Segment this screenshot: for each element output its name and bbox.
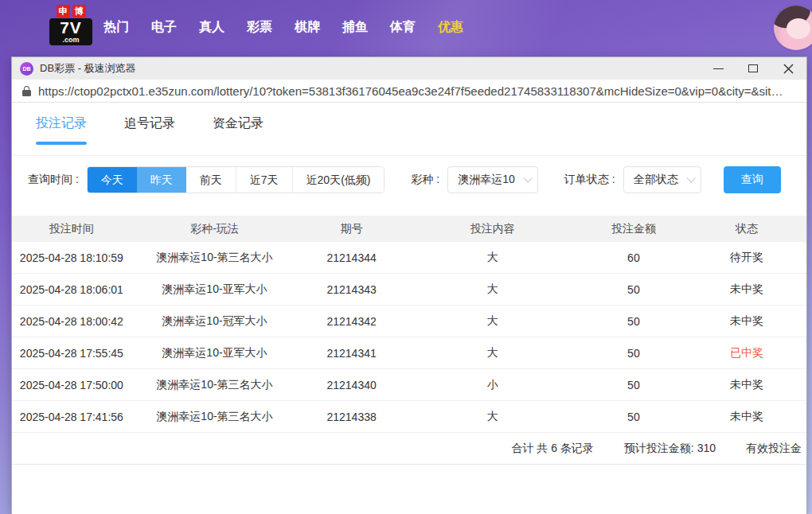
bet-content: 大 (405, 346, 580, 360)
bet-time: 2025-04-28 17:55:45 (12, 347, 131, 360)
bet-issue: 21214342 (298, 315, 405, 328)
logo-badge-bo: 博 (72, 5, 86, 18)
lottery-select[interactable]: 澳洲幸运10 (447, 166, 538, 193)
bet-status: 未中奖 (687, 410, 806, 424)
bet-status: 待开奖 (687, 251, 806, 265)
bet-content: 小 (405, 378, 580, 392)
tab-fund-records[interactable]: 资金记录 (213, 115, 264, 155)
bet-status: 未中奖 (687, 282, 806, 297)
nav-item-promo[interactable]: 优惠 (438, 19, 463, 36)
filter-bar: 查询时间 : 今天 昨天 前天 近7天 近20天(低频) 彩种 : 澳洲幸运10… (28, 166, 806, 193)
bet-game: 澳洲幸运10-亚军大小 (131, 282, 299, 297)
window-titlebar[interactable]: DB DB彩票 - 极速浏览器 (12, 57, 806, 80)
close-icon (783, 64, 794, 74)
time-option-7days[interactable]: 近7天 (236, 167, 292, 193)
maximize-icon (748, 64, 758, 72)
site-navbar: 申 博 7V .com 热门 电子 真人 彩票 棋牌 捕鱼 体育 优惠 (0, 0, 812, 57)
nav-item-cards[interactable]: 棋牌 (295, 19, 320, 36)
table-row: 2025-04-28 18:06:01 澳洲幸运10-亚军大小 21214343… (12, 274, 806, 306)
bet-amount: 50 (580, 379, 688, 391)
bet-amount: 50 (580, 347, 688, 360)
bet-amount: 50 (580, 283, 688, 296)
table-summary: 合计 共 6 条记录 预计投注金额: 310 有效投注金 (12, 433, 806, 465)
logo-domain: .com (52, 37, 90, 44)
chevron-down-icon (523, 173, 532, 182)
bet-amount: 50 (580, 315, 688, 328)
time-option-20days[interactable]: 近20天(低频) (292, 167, 385, 193)
bet-issue: 21214340 (298, 379, 405, 391)
tab-bet-records[interactable]: 投注记录 (36, 115, 87, 155)
table-row: 2025-04-28 17:55:45 澳洲幸运10-亚军大小 21214341… (12, 337, 806, 369)
table-row: 2025-04-28 18:10:59 澳洲幸运10-第三名大小 2121434… (12, 242, 806, 274)
bet-time: 2025-04-28 17:50:00 (12, 379, 131, 391)
col-header-amount: 投注金额 (580, 222, 688, 236)
app-icon: DB (20, 62, 33, 76)
bet-content: 大 (405, 282, 580, 297)
table-header-row: 投注时间 彩种-玩法 期号 投注内容 投注金额 状态 (12, 216, 806, 242)
time-option-yesterday[interactable]: 昨天 (137, 166, 186, 193)
col-header-time: 投注时间 (12, 222, 131, 236)
bet-amount: 60 (580, 251, 688, 264)
bet-status: 已中奖 (687, 346, 806, 360)
lock-icon (22, 86, 31, 96)
record-tabs: 投注记录 追号记录 资金记录 (12, 103, 806, 156)
bet-game: 澳洲幸运10-第三名大小 (131, 410, 299, 424)
minimize-icon (713, 68, 724, 69)
logo-badge-shen: 申 (57, 5, 70, 18)
time-option-today[interactable]: 今天 (88, 166, 137, 193)
close-button[interactable] (776, 59, 800, 78)
col-header-game: 彩种-玩法 (131, 222, 299, 236)
nav-item-sports[interactable]: 体育 (390, 19, 416, 36)
url-text[interactable]: https://ctop02pctx01.e35zun.com/lottery/… (38, 84, 783, 98)
summary-expected-bet: 预计投注金额: 310 (624, 442, 716, 456)
site-logo[interactable]: 申 博 7V .com (49, 5, 92, 45)
active-tab-underline (36, 142, 87, 145)
bet-status: 未中奖 (687, 378, 806, 392)
bet-issue: 21214344 (298, 251, 405, 264)
order-status-select[interactable]: 全部状态 (623, 166, 701, 193)
col-header-content: 投注内容 (405, 222, 580, 236)
window-controls (695, 59, 800, 78)
tab-chase-records[interactable]: 追号记录 (124, 115, 175, 155)
summary-total-count: 合计 共 6 条记录 (511, 442, 593, 456)
nav-item-fishing[interactable]: 捕鱼 (342, 19, 368, 36)
address-bar[interactable]: https://ctop02pctx01.e35zun.com/lottery/… (12, 80, 806, 103)
bet-issue: 21214341 (298, 347, 405, 360)
bet-content: 大 (405, 410, 580, 424)
lottery-filter-label: 彩种 : (411, 173, 439, 187)
bet-time: 2025-04-28 18:00:42 (12, 315, 131, 328)
bet-time: 2025-04-28 18:06:01 (12, 283, 131, 296)
nav-item-slots[interactable]: 电子 (151, 19, 177, 36)
col-header-issue: 期号 (298, 222, 405, 236)
col-header-status: 状态 (687, 222, 806, 236)
browser-window: DB DB彩票 - 极速浏览器 https://ctop02pctx01.e35… (12, 57, 806, 514)
bet-game: 澳洲幸运10-亚军大小 (131, 346, 299, 360)
table-row: 2025-04-28 17:50:00 澳洲幸运10-第三名大小 2121434… (12, 369, 806, 401)
nav-menu: 热门 电子 真人 彩票 棋牌 捕鱼 体育 优惠 (103, 19, 463, 36)
bet-game: 澳洲幸运10-第三名大小 (131, 251, 299, 265)
time-range-group: 今天 昨天 前天 近7天 近20天(低频) (87, 166, 385, 193)
bet-status: 未中奖 (687, 314, 806, 329)
status-filter-label: 订单状态 : (564, 173, 615, 187)
logo-text: 7V (52, 19, 90, 37)
bet-content: 大 (405, 251, 580, 265)
bet-game: 澳洲幸运10-冠军大小 (131, 314, 299, 329)
query-button[interactable]: 查询 (724, 166, 781, 193)
bet-content: 大 (405, 314, 580, 329)
user-avatar[interactable] (774, 6, 812, 50)
nav-item-lottery[interactable]: 彩票 (247, 19, 272, 36)
bet-records-table: 投注时间 彩种-玩法 期号 投注内容 投注金额 状态 2025-04-28 18… (12, 216, 806, 465)
window-title: DB彩票 - 极速浏览器 (40, 61, 695, 76)
bet-time: 2025-04-28 17:41:56 (12, 411, 131, 423)
bet-amount: 50 (580, 411, 688, 423)
nav-item-hot[interactable]: 热门 (103, 19, 129, 36)
table-row: 2025-04-28 17:41:56 澳洲幸运10-第三名大小 2121433… (12, 401, 806, 433)
chevron-down-icon (686, 173, 695, 182)
nav-item-live[interactable]: 真人 (199, 19, 224, 36)
minimize-button[interactable] (706, 59, 730, 78)
time-option-2days-ago[interactable]: 前天 (186, 167, 236, 193)
bet-time: 2025-04-28 18:10:59 (12, 251, 131, 264)
bet-issue: 21214338 (298, 411, 405, 423)
maximize-button[interactable] (741, 59, 765, 78)
bet-game: 澳洲幸运10-第三名大小 (131, 378, 299, 392)
